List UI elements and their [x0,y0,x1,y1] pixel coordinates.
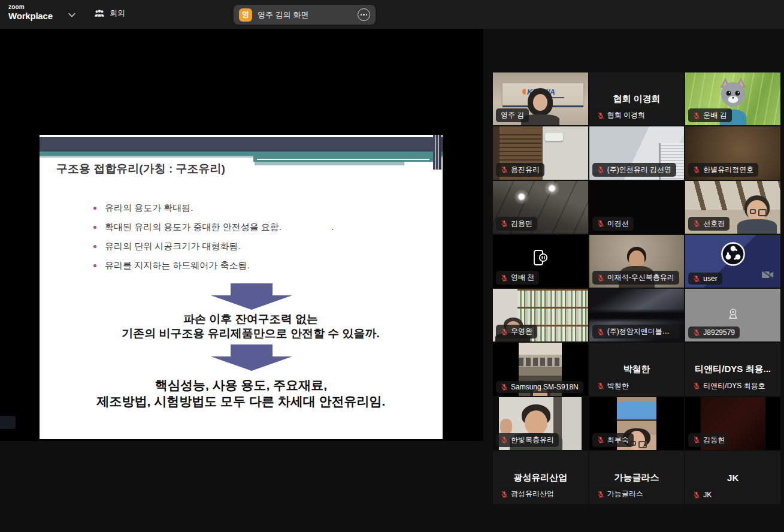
participant-name: 협회 이경희 [592,93,682,105]
muted-mic-icon [501,436,508,443]
name-label: 용진유리 [496,163,544,177]
name-label: JK [688,489,716,501]
muted-mic-icon [501,491,508,498]
muted-mic-icon [693,436,700,443]
participant-name: 티앤티/DYS 최용... [688,364,778,375]
participant-tile[interactable]: 티앤티/DYS 최용... 티앤티/DYS 최용호 [685,343,780,395]
name-label: 영주 김 [496,108,529,122]
bullet-item: 유리의 단위 시공크기가 대형화됨. [93,237,334,256]
shared-screen-title: 영주 김의 화면 [258,10,352,20]
participant-tile[interactable]: 용진유리 [493,126,588,179]
participant-name: 박철한 [592,364,682,375]
name-label: 영배 천 [496,271,539,285]
muted-mic-icon [501,328,508,335]
name-label: Samsung SM-S918N [496,381,583,393]
participant-tile[interactable]: KFGWA 영주 김 [493,72,588,125]
participant-tile[interactable]: 영배 천 [493,235,588,288]
participant-tile[interactable]: 협회 이경희 협회 이경희 [589,72,685,125]
chevron-down-icon[interactable] [68,12,76,18]
muted-mic-icon [597,436,604,443]
muted-mic-icon [597,112,604,119]
muted-mic-icon [597,220,604,227]
name-label: 이재석-우신복층유리 [592,271,679,285]
more-options-icon[interactable] [358,8,370,21]
participant-tile[interactable]: 박철한 박철한 [589,343,685,395]
name-label: 광성유리산업 [496,487,559,501]
slide-question-text: 파손 이후 잔여구조력 없는 기존의 비구조용 유리제품만으로 안전할 수 있을… [59,312,443,341]
name-label: 선호경 [688,217,729,231]
name-label: 이경선 [592,217,634,231]
muted-mic-icon [597,382,604,389]
participant-tile[interactable]: (주)인천유리 김선영 [589,126,685,179]
name-label: 박철한 [592,379,634,393]
muted-mic-icon [693,275,700,282]
muted-mic-icon [693,112,700,119]
muted-mic-icon [597,328,604,335]
participant-tile[interactable]: Samsung SM-S918N [493,343,588,395]
slide-header-graphic [40,137,443,152]
camera-off-icon [761,270,774,279]
presentation-slide: 구조용 접합유리(가칭 : 구조유리) 유리의 용도가 확대됨. 확대된 유리의… [40,135,443,439]
phone-paused-icon [532,249,548,267]
participant-tile[interactable]: 한별유리정연호 [685,126,780,179]
slide-conclusion-text: 핵심성능, 사용 용도, 주요재료, 제조방법, 시험방법도 모두 다른 차세대… [40,377,443,409]
zoom-workplace-logo: zoom Workplace [8,4,53,20]
name-label: 한빛복층유리 [496,433,559,447]
down-arrow-icon [211,344,292,371]
participant-tile[interactable]: 김동현 [685,397,780,450]
top-bar: zoom Workplace 회의 영 영주 김의 화면 [0,0,784,29]
participant-name: 광성유리산업 [495,471,586,483]
participant-tile[interactable]: (주)정암지앤더블유 ... [589,289,685,341]
muted-mic-icon [693,166,700,173]
screen-share-pill[interactable]: 영 영주 김의 화면 [234,5,376,25]
name-label: J8929579 [688,327,740,338]
muted-mic-icon [501,383,508,391]
name-label: 최부숙 [592,433,634,447]
muted-mic-icon [693,382,700,389]
participant-tile[interactable]: 한빛복층유리 [493,397,588,450]
video-grid: KFGWA 영주 김 협회 이경희 협회 이경희 [493,72,780,504]
obs-logo [721,241,746,267]
participant-tile[interactable]: user [685,235,780,288]
name-label: 한별유리정연호 [688,163,758,177]
bullet-item: 유리의 용도가 확대됨. [93,198,334,217]
participant-tile[interactable]: 최부숙 [589,397,685,450]
participant-tile[interactable]: 이경선 [589,181,685,234]
avatar: 영 [239,8,252,22]
participant-name: 가능글라스 [592,471,682,483]
name-label: (주)정암지앤더블유 ... [592,325,680,338]
participant-tile[interactable]: 이재석-우신복층유리 [589,235,685,288]
participant-tile[interactable]: 우영완 [493,289,588,341]
participant-name: JK [688,472,778,482]
muted-mic-icon [597,166,604,173]
muted-mic-icon [597,274,604,282]
name-label: 김동현 [688,433,729,447]
tab-meeting[interactable]: 회의 [94,8,125,19]
participant-tile[interactable]: 선호경 [685,181,780,234]
bullet-item: 확대된 유리의 용도가 중대한 안전성을 요함. . [93,217,334,237]
name-label: 운배 김 [688,108,731,122]
name-label: user [688,273,722,285]
participant-tile[interactable]: 운배 김 [685,72,780,125]
name-label: 김용민 [496,217,537,231]
muted-mic-icon [597,491,604,498]
name-label: 우영완 [496,325,537,338]
muted-mic-icon [693,220,700,227]
bullet-item: 유리를 지지하는 하드웨어가 축소됨. [93,256,334,275]
people-icon [94,9,105,18]
name-label: (주)인천유리 김선영 [592,163,676,177]
collapsed-panel-handle[interactable] [0,416,16,429]
name-label: 가능글라스 [592,487,648,501]
participant-tile[interactable]: 김용민 [493,181,588,234]
meeting-tab-label: 회의 [110,8,125,19]
name-label: 협회 이경희 [592,108,650,122]
participant-tile[interactable]: JK JK [685,451,780,504]
participant-tile[interactable]: 광성유리산업 광성유리산업 [493,451,588,504]
down-arrow-icon [211,283,292,310]
participant-tile[interactable]: J8929579 [685,289,780,341]
slide-bullet-list: 유리의 용도가 확대됨. 확대된 유리의 용도가 중대한 안전성을 요함. . … [93,198,334,275]
webcam-icon [727,309,739,320]
participant-tile[interactable]: 가능글라스 가능글라스 [589,451,685,504]
muted-mic-icon [501,274,508,282]
muted-mic-icon [693,329,700,336]
